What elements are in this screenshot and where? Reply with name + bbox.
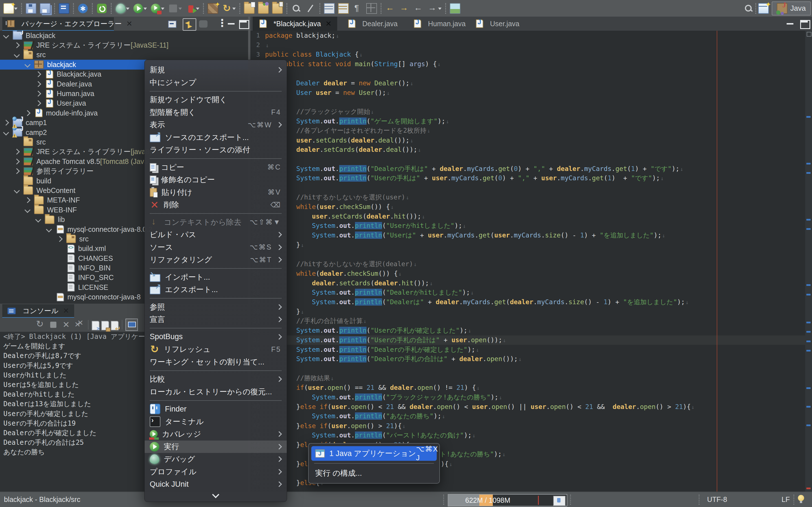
overview-ruler[interactable]	[805, 31, 812, 492]
menu-item-[interactable]: リファクタリング⌥⌘T	[145, 253, 287, 266]
line-ending-indicator[interactable]: LF	[781, 496, 790, 504]
sync-icon[interactable]	[35, 319, 46, 330]
dropdown-arrow-icon[interactable]	[144, 8, 147, 10]
submenu-item[interactable]: 1 Java アプリケーション⌥⌘X J	[311, 446, 437, 461]
menu-item-quickjunit[interactable]: Quick JUnit	[145, 478, 287, 491]
occurrence-mark[interactable]	[806, 228, 811, 230]
expander-open-icon[interactable]	[14, 52, 20, 58]
menu-item-[interactable]: 型階層を開くF4	[145, 106, 287, 119]
menu-item-[interactable]: エクスポート...	[145, 283, 287, 296]
encoding-indicator[interactable]: UTF-8	[707, 496, 727, 504]
expander-closed-icon[interactable]	[35, 100, 41, 106]
view-menu-icon[interactable]	[213, 18, 225, 30]
tab-console[interactable]: コンソール ✕	[2, 304, 74, 317]
menu-item-[interactable]: 宣言	[145, 313, 287, 326]
occurrence-mark[interactable]	[806, 284, 811, 286]
menu-item-[interactable]: ローカル・ヒストリーからの復元...	[145, 386, 287, 398]
editor-tab-Humanjava[interactable]: Human.java	[407, 17, 471, 31]
debug-button[interactable]	[114, 2, 127, 15]
menu-item-[interactable]: 削除⌫	[145, 199, 287, 211]
editor-maximize-icon[interactable]	[800, 20, 810, 29]
last-edit-right-button[interactable]	[398, 2, 411, 15]
expander-closed-icon[interactable]	[14, 42, 20, 48]
new-button[interactable]	[2, 2, 15, 15]
annotation-slash-button[interactable]	[304, 2, 317, 15]
editor-tab-Blackjackjava[interactable]: *Blackjack.java✕	[253, 17, 337, 31]
grid-view-button[interactable]	[365, 2, 378, 15]
expander-closed-icon[interactable]	[35, 71, 41, 77]
menu-item-[interactable]: 新規ウィンドウで開く	[145, 94, 287, 106]
expander-closed-icon[interactable]	[24, 110, 31, 116]
table-view-button[interactable]	[323, 2, 336, 15]
menu-item-[interactable]: 表示⌥⌘W	[145, 119, 287, 131]
expander-closed-icon[interactable]	[35, 91, 41, 97]
menu-item-[interactable]: カバレッジ	[145, 428, 287, 441]
expander-closed-icon[interactable]	[35, 81, 41, 87]
menu-item-[interactable]: リフレッシュF5	[145, 343, 287, 356]
open-plugin-folder-button[interactable]	[257, 2, 270, 15]
menu-item-[interactable]: ライブラリー・ソースの添付	[145, 144, 287, 156]
occurrence-mark[interactable]	[806, 219, 811, 221]
page-return-icon[interactable]	[111, 321, 119, 330]
coverage-button[interactable]	[206, 2, 219, 15]
console-view-button[interactable]	[57, 2, 70, 15]
expander-open-icon[interactable]	[3, 33, 9, 39]
dropdown-arrow-icon[interactable]	[161, 8, 164, 10]
menu-item-[interactable]: ビルド・パス	[145, 228, 287, 241]
spring-boot-button[interactable]	[95, 2, 108, 15]
search-button[interactable]	[290, 2, 303, 15]
editor-tab-Userjava[interactable]: User.java	[469, 17, 525, 31]
perspective-java-button[interactable]: Java	[772, 1, 811, 15]
console-close-icon[interactable]: ✕	[63, 306, 69, 315]
run-button[interactable]	[132, 2, 145, 15]
page-x-icon[interactable]	[92, 321, 100, 330]
occurrence-mark[interactable]	[806, 163, 811, 165]
notification-bulb-icon[interactable]	[798, 495, 804, 501]
menu-item-[interactable]: デバッグ	[145, 453, 287, 466]
occurrence-mark[interactable]	[806, 341, 811, 342]
tree-row[interactable]: JRE システム・ライブラリー [JavaSE-11]	[0, 40, 248, 50]
menu-item-[interactable]: ターミナル	[145, 415, 287, 428]
occurrence-mark[interactable]	[806, 331, 811, 333]
back-history-button[interactable]	[412, 2, 425, 15]
menu-item-[interactable]: ソース⌥⌘S	[145, 241, 287, 254]
occurrence-mark[interactable]	[806, 387, 811, 389]
dropdown-arrow-icon[interactable]	[438, 8, 442, 10]
menu-item-[interactable]: 比較	[145, 373, 287, 386]
menu-item-[interactable]: コピー⌘C	[145, 161, 287, 174]
code-editor[interactable]: 1package blackjack;↓2↓3public class Blac…	[250, 31, 812, 492]
occurrence-mark[interactable]	[806, 322, 811, 323]
dropdown-arrow-icon[interactable]	[232, 8, 236, 10]
garbage-collect-icon[interactable]	[553, 496, 566, 506]
link-with-editor-icon[interactable]	[183, 18, 196, 31]
expander-closed-icon[interactable]	[57, 236, 63, 242]
menu-item-finder[interactable]: Finder	[145, 403, 287, 415]
open-task-folder-button[interactable]	[271, 2, 284, 15]
open-perspective-icon[interactable]	[758, 3, 769, 14]
stop-icon[interactable]	[48, 319, 59, 330]
save-all-button[interactable]	[39, 2, 52, 15]
menu-item-[interactable]: 修飾名のコピー	[145, 173, 287, 186]
menu-scroll-down-icon[interactable]	[145, 491, 287, 500]
pin-console-icon[interactable]	[125, 319, 138, 331]
last-edit-left-button[interactable]	[384, 2, 397, 15]
submenu-item[interactable]: 実行 の構成...	[311, 466, 437, 481]
clear-all-icon[interactable]	[73, 319, 85, 330]
close-icon[interactable]: ✕	[126, 19, 133, 28]
heap-status-widget[interactable]: 622M / 1098M	[448, 494, 567, 506]
focus-icon[interactable]	[199, 20, 207, 27]
image-tool-button[interactable]	[449, 2, 462, 15]
editor-minimize-icon[interactable]	[786, 20, 795, 27]
expander-open-icon[interactable]	[14, 187, 20, 193]
menu-item-[interactable]: 新規	[145, 64, 287, 76]
preferences-gear-button[interactable]	[77, 2, 89, 15]
collapse-all-icon[interactable]	[168, 20, 176, 28]
menu-item-spotbugs[interactable]: SpotBugs	[145, 331, 287, 343]
show-whitespace-button[interactable]	[351, 2, 364, 15]
menu-item-[interactable]: 参照	[145, 301, 287, 314]
editor-tab-Dealerjava[interactable]: Dealer.java	[342, 17, 403, 31]
expander-closed-icon[interactable]	[14, 159, 20, 165]
occurrence-mark[interactable]	[806, 172, 811, 174]
menu-item-[interactable]: 中にジャンプ	[145, 76, 287, 89]
tree-row[interactable]: Blackjack	[0, 31, 248, 40]
